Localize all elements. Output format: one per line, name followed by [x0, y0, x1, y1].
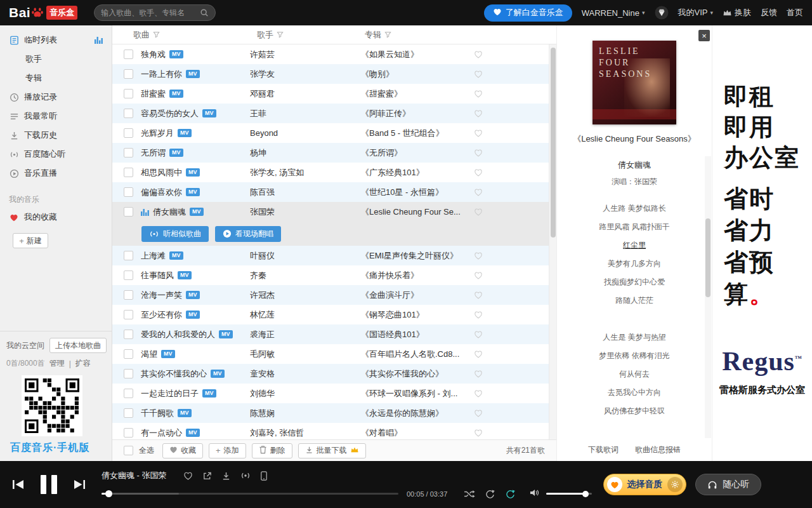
song-album[interactable]: 《国语经典101》 [361, 329, 468, 340]
favorite-icon[interactable] [474, 90, 483, 98]
song-title-cell[interactable]: 往事随风MV [141, 270, 250, 281]
song-artist[interactable]: 杨坤 [250, 147, 361, 159]
song-row[interactable]: 容易受伤的女人MV王菲《阿菲正传》 [112, 104, 556, 123]
song-album[interactable]: 《EMI星声传集之叶丽仪》 [361, 250, 468, 262]
filter-icon[interactable] [384, 31, 391, 38]
mv-badge[interactable]: MV [211, 370, 225, 378]
mv-badge[interactable]: MV [202, 109, 216, 117]
filter-icon[interactable] [277, 31, 284, 38]
mv-badge[interactable]: MV [161, 350, 175, 358]
song-title-cell[interactable]: 无所谓MV [141, 147, 250, 159]
row-checkbox[interactable] [124, 310, 133, 319]
song-row[interactable]: 爱我的人和我爱的人MV裘海正《国语经典101》 [112, 324, 556, 344]
upload-local-songs-button[interactable]: 上传本地歌曲 [49, 338, 107, 353]
mv-badge[interactable]: MV [219, 330, 233, 338]
song-title-cell[interactable]: 渴望MV [141, 349, 250, 360]
row-checkbox[interactable] [124, 428, 133, 438]
song-artist[interactable]: 裘海正 [250, 329, 361, 340]
favorite-selected-button[interactable]: 收藏 [162, 443, 203, 458]
sidebar-item[interactable]: 百度随心听 [0, 145, 112, 164]
song-album[interactable]: 《百年唱片名人名歌.Cd8... [361, 349, 468, 360]
sidebar-item-favorites[interactable]: 我的收藏 [0, 208, 112, 227]
row-checkbox[interactable] [124, 148, 133, 157]
song-artist[interactable]: 林忆莲 [250, 309, 361, 321]
row-checkbox[interactable] [124, 349, 133, 359]
row-checkbox[interactable] [124, 408, 133, 418]
mv-badge[interactable]: MV [186, 429, 200, 437]
song-album[interactable]: 《世纪10星 - 永恒篇》 [361, 187, 468, 198]
sidebar-item[interactable]: 下载历史 [0, 126, 112, 145]
row-checkbox[interactable] [124, 389, 133, 398]
row-checkbox[interactable] [124, 50, 133, 59]
mv-badge[interactable]: MV [169, 149, 183, 157]
sidebar-item[interactable]: 音乐直播 [0, 164, 112, 183]
row-checkbox[interactable] [124, 330, 133, 339]
song-title-cell[interactable]: 容易受伤的女人MV [141, 108, 250, 119]
song-artist[interactable]: 叶丽仪 [250, 250, 361, 262]
download-icon[interactable] [221, 471, 231, 481]
favorite-icon[interactable] [474, 409, 483, 417]
song-album[interactable]: 《环球一双唱像系列 - 刘... [361, 388, 468, 399]
song-album[interactable]: 《无所谓》 [361, 147, 468, 159]
ad-banner[interactable]: 即租 即用 办公室 省时 省力 省预算。 Regus™ 雷格斯服务式办公室 [712, 25, 812, 461]
expand-link[interactable]: 扩容 [75, 358, 91, 369]
mv-badge[interactable]: MV [186, 291, 200, 299]
song-artist[interactable]: 王菲 [250, 108, 361, 119]
favorite-icon[interactable] [183, 471, 193, 480]
mv-badge[interactable]: MV [169, 251, 183, 260]
row-checkbox[interactable] [124, 369, 133, 378]
repeat-icon[interactable] [485, 489, 495, 498]
song-row[interactable]: 千千阙歌MV陈慧娴《永远是你的陈慧娴》 [112, 403, 556, 423]
song-title-cell[interactable]: 爱我的人和我爱的人MV [141, 329, 250, 340]
repeat-one-icon[interactable] [505, 489, 516, 498]
favorite-icon[interactable] [474, 350, 483, 358]
song-artist[interactable]: 童安格 [250, 368, 361, 380]
batch-download-button[interactable]: 批量下载 [298, 443, 366, 458]
song-row[interactable]: 其实你不懂我的心MV童安格《其实你不懂我的心》 [112, 364, 556, 384]
mv-badge[interactable]: MV [178, 271, 192, 279]
song-artist[interactable]: 张国荣 [250, 206, 361, 218]
sidebar-item[interactable]: 临时列表 [0, 30, 112, 50]
manage-link[interactable]: 管理 [49, 358, 65, 369]
mv-badge[interactable]: MV [186, 168, 200, 177]
song-title-cell[interactable]: 一起走过的日子MV [141, 388, 250, 399]
favorite-icon[interactable] [474, 311, 483, 319]
promo-button[interactable]: 了解白金音乐盒 [484, 4, 572, 22]
song-row[interactable]: 一起走过的日子MV刘德华《环球一双唱像系列 - 刘... [112, 384, 556, 403]
favorite-icon[interactable] [474, 149, 483, 157]
favorite-icon[interactable] [474, 291, 483, 299]
song-title-cell[interactable]: 其实你不懂我的心MV [141, 368, 250, 380]
progress-bar[interactable] [102, 493, 398, 495]
mv-badge[interactable]: MV [169, 90, 183, 98]
new-playlist-button[interactable]: + 新建 [13, 233, 48, 248]
song-album[interactable]: 《对着唱》 [361, 427, 468, 439]
select-all-checkbox[interactable] [124, 446, 133, 455]
progress-handle[interactable] [105, 490, 112, 497]
playing-action-button[interactable]: 听相似歌曲 [141, 226, 209, 242]
song-artist[interactable]: 刘嘉玲, 张信哲 [250, 427, 361, 439]
song-album[interactable]: 《如果云知道》 [361, 49, 468, 60]
song-row[interactable]: 沧海一声笑MV许冠杰《金曲演斗厅》 [112, 285, 556, 305]
song-title-cell[interactable]: 光辉岁月MV [141, 128, 250, 139]
song-row[interactable]: 无所谓MV杨坤《无所谓》 [112, 143, 556, 163]
search-box[interactable] [94, 4, 216, 21]
column-header-song[interactable]: 歌曲 [133, 29, 257, 41]
mv-badge[interactable]: MV [186, 311, 200, 319]
lyrics-scrollbar[interactable] [705, 156, 711, 438]
mv-badge[interactable]: MV [186, 188, 200, 196]
download-lyrics-link[interactable]: 下载歌词 [588, 444, 619, 455]
column-header-album[interactable]: 专辑 [365, 29, 556, 41]
song-row[interactable]: 光辉岁月MVBeyond《Band 5 - 世纪组合》 [112, 123, 556, 143]
favorite-icon[interactable] [474, 188, 483, 196]
shuffle-icon[interactable] [464, 490, 475, 498]
song-artist[interactable]: Beyond [250, 128, 361, 138]
song-title-cell[interactable]: 有一点动心MV [141, 427, 250, 439]
song-artist[interactable]: 张学友 [250, 69, 361, 80]
favorite-icon[interactable] [474, 168, 483, 177]
volume-handle[interactable] [582, 491, 589, 497]
row-checkbox[interactable] [124, 109, 133, 118]
search-icon[interactable] [200, 8, 209, 17]
song-title-cell[interactable]: 甜蜜蜜MV [141, 88, 250, 100]
gear-icon[interactable] [667, 477, 683, 492]
volume-slider[interactable] [546, 493, 592, 495]
